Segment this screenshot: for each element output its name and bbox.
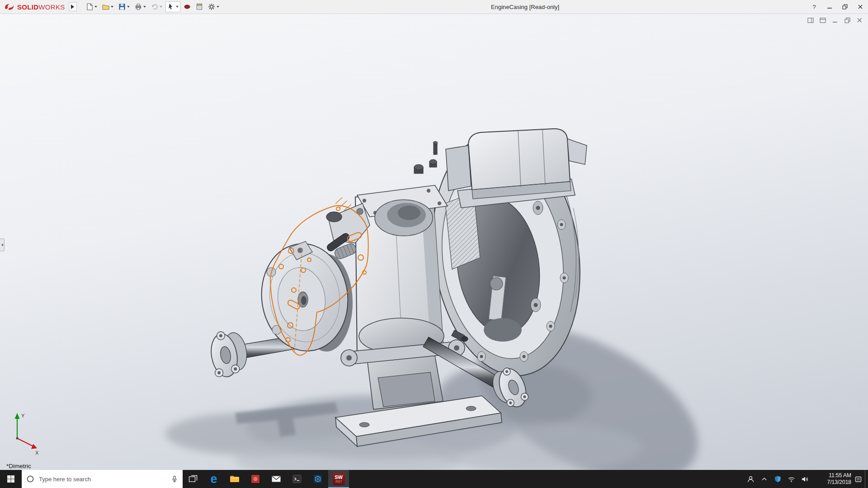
doc-close-icon: [856, 17, 863, 23]
properties-sheet-icon: [196, 3, 203, 10]
solidworks-app-icon[interactable]: SW2017: [328, 470, 349, 488]
cover-bolts: [414, 141, 438, 174]
network-icon[interactable]: [784, 470, 798, 488]
shield-icon: [774, 475, 782, 483]
print-button[interactable]: [133, 1, 148, 12]
defender-shield-icon[interactable]: [771, 470, 784, 488]
edge-browser-icon[interactable]: e: [203, 470, 224, 488]
people-icon[interactable]: [744, 470, 757, 488]
console-app-icon[interactable]: [287, 470, 307, 488]
save-icon: [118, 3, 126, 10]
options-button[interactable]: [206, 1, 221, 12]
engine-casing-3d-model[interactable]: [0, 14, 868, 470]
pane-split-button[interactable]: [807, 17, 815, 24]
maximize-icon: [842, 4, 848, 9]
triad-x-label: X: [35, 450, 39, 455]
wifi-icon: [788, 475, 795, 483]
select-tool-button[interactable]: [165, 1, 180, 12]
cube-app-icon: [312, 474, 323, 484]
search-input[interactable]: [38, 475, 167, 483]
dropdown-caret-icon: [217, 6, 219, 8]
dropdown-caret-icon: [160, 6, 162, 8]
doc-minimize-button[interactable]: [831, 17, 839, 24]
new-document-button[interactable]: [84, 1, 99, 12]
view-orientation-label: *Dimetric: [6, 463, 31, 469]
start-button[interactable]: [0, 470, 22, 488]
orientation-triad: Y X: [13, 410, 44, 455]
help-button[interactable]: ?: [807, 0, 822, 14]
solidworks-tile-year: 2017: [335, 480, 342, 483]
minimize-button[interactable]: [822, 0, 837, 14]
appearances-button[interactable]: [182, 1, 193, 12]
dropdown-caret-icon: [143, 6, 146, 8]
doc-minimize-icon: [832, 17, 839, 23]
menu-expand-arrow[interactable]: [69, 2, 77, 11]
document-window-controls: [807, 17, 863, 24]
store-app-icon[interactable]: [245, 470, 266, 488]
brand-works: WORKS: [38, 3, 65, 11]
taskbar-spacer: [349, 470, 744, 488]
doc-close-button[interactable]: [855, 17, 863, 24]
flyout-triangle-icon: [71, 5, 74, 9]
print-icon: [135, 3, 142, 10]
volume-icon[interactable]: [798, 470, 811, 488]
quick-access-toolbar: [84, 1, 221, 12]
taskbar-clock[interactable]: 11:55 AM 7/13/2018: [811, 470, 851, 488]
close-button[interactable]: [853, 0, 868, 14]
red-app-tile-icon: [250, 474, 261, 484]
taskbar-search-box[interactable]: [22, 470, 183, 488]
collapse-arrow-icon: [1, 244, 3, 246]
person-icon: [747, 475, 755, 483]
window-controls: ?: [807, 0, 868, 14]
gear-icon: [208, 3, 215, 10]
windows-taskbar: e: [0, 470, 868, 488]
window-title: EngineCasing [Read-only]: [491, 4, 559, 10]
3ds-logo-icon: [4, 3, 15, 11]
undo-icon: [151, 3, 158, 10]
file-properties-button[interactable]: [194, 1, 205, 12]
doc-restore-button[interactable]: [843, 17, 851, 24]
folder-icon: [229, 474, 240, 484]
clock-date: 7/13/2018: [827, 479, 851, 486]
mail-envelope-icon: [271, 474, 282, 484]
dropdown-caret-icon: [94, 6, 97, 8]
clock-time: 11:55 AM: [829, 472, 851, 479]
brand-text: SOLIDWORKS: [17, 3, 65, 11]
solidworks-tile-label: SW: [335, 475, 343, 480]
cad-viewer-app-icon[interactable]: [307, 470, 328, 488]
floor-shadows: [165, 296, 722, 470]
save-button[interactable]: [117, 1, 132, 12]
cortana-icon: [26, 475, 34, 483]
undo-button[interactable]: [149, 1, 164, 12]
dropdown-caret-icon: [111, 6, 113, 8]
edge-glyph: e: [210, 473, 217, 485]
close-icon: [858, 4, 863, 9]
file-explorer-icon[interactable]: [224, 470, 245, 488]
console-icon: [292, 474, 302, 484]
microphone-icon[interactable]: [171, 475, 178, 483]
solidworks-logo: SOLIDWORKS: [0, 3, 65, 11]
maximize-button[interactable]: [837, 0, 853, 14]
action-center-icon[interactable]: [851, 470, 865, 488]
pane-single-button[interactable]: [819, 17, 827, 24]
mail-app-icon[interactable]: [266, 470, 287, 488]
task-view-icon: [188, 474, 198, 484]
task-view-button[interactable]: [183, 470, 203, 488]
new-document-icon: [86, 3, 93, 10]
chevron-up-icon: [760, 475, 768, 483]
feature-panel-collapse-tab[interactable]: [0, 239, 5, 251]
solidworks-window: SOLIDWORKS: [0, 0, 868, 488]
open-document-button[interactable]: [100, 1, 115, 12]
appearance-ellipse-icon: [184, 3, 191, 10]
pane-single-icon: [820, 17, 826, 23]
left-axle-flange[interactable]: [208, 328, 250, 379]
dropdown-caret-icon: [176, 6, 179, 8]
tray-expand-chevron[interactable]: [757, 470, 771, 488]
show-desktop-strip[interactable]: [865, 470, 868, 488]
titlebar: SOLIDWORKS: [0, 0, 868, 14]
solidworks-tile: SW2017: [333, 473, 345, 485]
triad-y-label: Y: [21, 413, 25, 418]
graphics-area[interactable]: Y X *Dimetric: [0, 14, 868, 470]
windows-logo-icon: [7, 475, 15, 483]
minimize-icon: [827, 4, 832, 9]
